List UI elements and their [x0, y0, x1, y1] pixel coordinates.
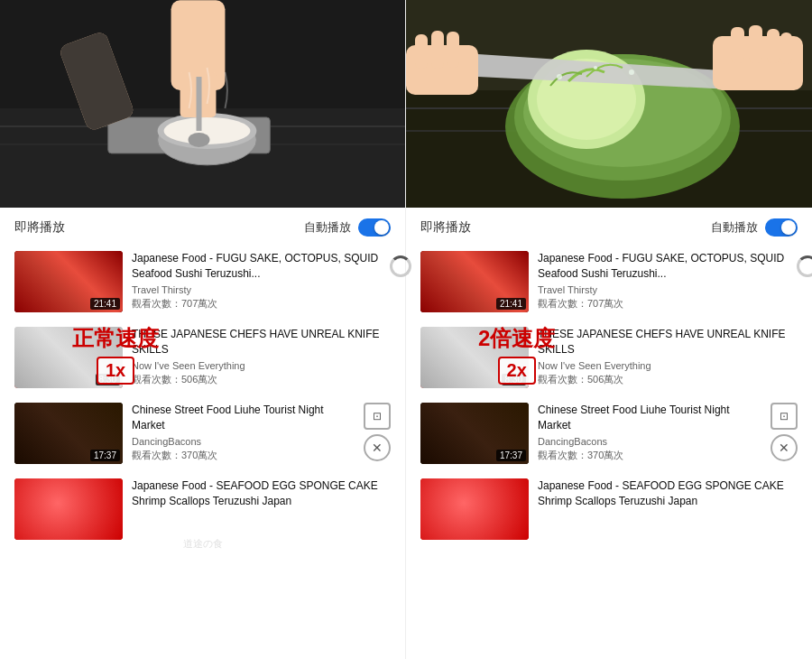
svg-rect-47: [93, 484, 123, 520]
left-speed-badge[interactable]: 1x: [97, 357, 134, 385]
svg-point-44: [70, 511, 85, 525]
left-pip-button[interactable]: ⊡: [364, 403, 391, 430]
left-video-item-3[interactable]: 17:37 Chinese Street Food Liuhe Tourist …: [0, 395, 405, 471]
right-pip-button[interactable]: ⊡: [770, 403, 798, 430]
main-container: 即將播放 自動播放: [0, 0, 812, 659]
left-close-button[interactable]: ✕: [364, 434, 391, 461]
left-thumb-1[interactable]: 21:41: [14, 251, 123, 312]
right-info-2: THESE JAPANESE CHEFS HAVE UNREAL KNIFE S…: [538, 327, 798, 386]
left-channel-1: Travel Thirsty: [132, 284, 391, 295]
svg-point-96: [428, 508, 449, 530]
svg-rect-63: [780, 32, 792, 64]
right-queue-header: 即將播放 自動播放: [406, 208, 812, 244]
right-speed-overlay: 2倍速度 2x: [478, 324, 555, 385]
left-title-1: Japanese Food - FUGU SAKE, OCTOPUS, SQUI…: [132, 251, 391, 282]
left-side-actions: ⊡ ✕: [364, 403, 391, 461]
svg-marker-84: [466, 336, 475, 340]
right-autoplay-label: 自動播放: [711, 219, 758, 236]
right-title-2: THESE JAPANESE CHEFS HAVE UNREAL KNIFE S…: [538, 327, 798, 357]
svg-point-100: [474, 508, 494, 528]
right-info-1: Japanese Food - FUGU SAKE, OCTOPUS, SQUI…: [538, 251, 798, 311]
svg-marker-27: [60, 336, 69, 340]
right-video-item-4[interactable]: Japanese Food - SEAFOOD EGG SPONGE CAKE …: [406, 471, 812, 547]
left-info-2: THESE JAPANESE CHEFS HAVE UNREAL KNIFE S…: [132, 327, 391, 386]
left-title-4: Japanese Food - SEAFOOD EGG SPONGE CAKE …: [132, 478, 391, 509]
left-channel-2: Now I've Seen Everything: [132, 360, 391, 371]
left-video-item-2[interactable]: 8:30 THESE JAPANESE CHEFS HAVE UNREAL KN…: [0, 320, 405, 395]
svg-point-88: [457, 432, 493, 449]
svg-point-97: [430, 511, 447, 527]
right-title-4: Japanese Food - SEAFOOD EGG SPONGE CAKE …: [538, 478, 798, 509]
right-video-item-1[interactable]: 21:41 Japanese Food - FUGU SAKE, OCTOPUS…: [406, 244, 812, 320]
svg-rect-10: [197, 77, 202, 131]
right-views-2: 觀看次數：506萬次: [538, 373, 798, 386]
right-title-3: Chinese Street Food Liuhe Tourist Night …: [538, 403, 758, 433]
svg-point-89: [487, 435, 516, 450]
svg-point-42: [49, 517, 61, 530]
svg-point-102: [498, 514, 514, 530]
right-channel-1: Travel Thirsty: [538, 284, 798, 295]
right-video-item-2[interactable]: 8:30 THESE JAPANESE CHEFS HAVE UNREAL KN…: [406, 320, 812, 395]
right-title-1: Japanese Food - FUGU SAKE, OCTOPUS, SQUI…: [538, 251, 798, 282]
right-speed-label: 2倍速度: [478, 324, 555, 353]
right-loader-1: [794, 253, 812, 280]
svg-point-30: [25, 436, 58, 450]
right-duration-1: 21:41: [496, 298, 526, 310]
right-autoplay-toggle[interactable]: [765, 218, 798, 237]
svg-rect-24: [23, 349, 46, 367]
right-views-3: 觀看次數：370萬次: [538, 449, 758, 462]
right-info-4: Japanese Food - SEAFOOD EGG SPONGE CAKE …: [538, 478, 798, 512]
right-video-item-3[interactable]: 17:37 Chinese Street Food Liuhe Tourist …: [406, 395, 812, 471]
svg-point-73: [438, 276, 475, 298]
svg-point-98: [452, 515, 470, 533]
right-autoplay-section: 自動播放: [711, 218, 798, 237]
svg-rect-18: [14, 251, 46, 296]
svg-rect-81: [429, 349, 452, 367]
right-channel-3: DancingBacons: [538, 436, 758, 447]
svg-rect-65: [415, 34, 428, 69]
right-side-actions: ⊡ ✕: [770, 403, 798, 461]
left-speed-label: 正常速度: [72, 324, 159, 353]
right-top-video[interactable]: [406, 0, 812, 208]
left-info-3: Chinese Street Food Liuhe Tourist Night …: [132, 403, 351, 462]
left-thumb-4[interactable]: [14, 478, 123, 540]
left-video-item-1[interactable]: 21:41 Japanese Food - FUGU SAKE, OCTOPUS…: [0, 244, 405, 320]
svg-rect-104: [499, 484, 529, 520]
svg-point-32: [81, 435, 110, 450]
right-thumb-3[interactable]: 17:37: [420, 403, 529, 464]
left-info-4: Japanese Food - SEAFOOD EGG SPONGE CAKE …: [132, 478, 391, 512]
left-top-video[interactable]: [0, 0, 405, 208]
svg-point-39: [22, 508, 43, 530]
svg-point-45: [92, 514, 108, 530]
svg-point-11: [189, 133, 210, 147]
svg-rect-67: [447, 32, 459, 68]
left-video-item-4[interactable]: Japanese Food - SEAFOOD EGG SPONGE CAKE …: [0, 471, 405, 547]
left-info-1: Japanese Food - FUGU SAKE, OCTOPUS, SQUI…: [132, 251, 391, 311]
left-thumb-3[interactable]: 17:37: [14, 403, 123, 464]
svg-rect-60: [731, 27, 744, 63]
left-queue-header: 即將播放 自動播放: [0, 208, 405, 244]
left-speed-overlay: 正常速度 1x: [72, 324, 159, 385]
right-views-1: 觀看次數：707萬次: [538, 297, 798, 311]
svg-point-43: [68, 508, 88, 528]
right-thumb-4[interactable]: [420, 478, 529, 540]
svg-point-101: [476, 511, 491, 525]
svg-rect-46: [14, 486, 44, 522]
svg-point-68: [557, 74, 562, 79]
left-panel: 即將播放 自動播放: [0, 0, 406, 659]
left-views-2: 觀看次數：506萬次: [132, 373, 391, 386]
right-thumb-1[interactable]: 21:41: [420, 251, 529, 312]
left-channel-3: DancingBacons: [132, 436, 351, 447]
svg-rect-75: [420, 251, 452, 296]
svg-point-40: [24, 511, 41, 527]
left-autoplay-section: 自動播放: [304, 218, 391, 237]
svg-rect-61: [749, 25, 762, 63]
right-speed-badge[interactable]: 2x: [498, 357, 536, 385]
left-autoplay-toggle[interactable]: [358, 218, 391, 237]
right-channel-2: Now I've Seen Everything: [538, 360, 798, 371]
svg-point-70: [629, 70, 634, 75]
left-title-3: Chinese Street Food Liuhe Tourist Night …: [132, 403, 351, 433]
left-title-2: THESE JAPANESE CHEFS HAVE UNREAL KNIFE S…: [132, 327, 391, 357]
right-close-button[interactable]: ✕: [770, 434, 798, 461]
svg-rect-62: [767, 29, 780, 63]
